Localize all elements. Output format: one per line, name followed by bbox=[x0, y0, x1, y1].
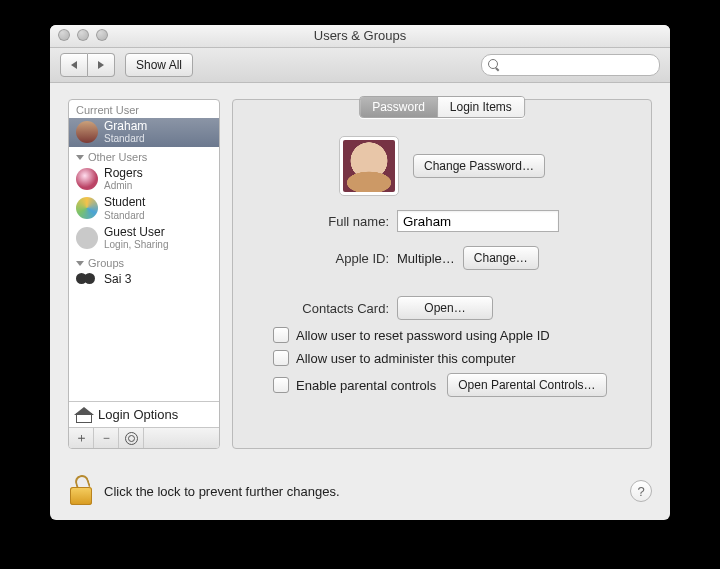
sidebar-user-rogers[interactable]: Rogers Admin bbox=[69, 165, 219, 194]
tab-password[interactable]: Password bbox=[360, 97, 438, 117]
user-name: Student bbox=[104, 196, 145, 209]
user-role: Login, Sharing bbox=[104, 239, 169, 250]
add-user-button[interactable]: ＋ bbox=[69, 428, 94, 448]
help-button[interactable]: ? bbox=[630, 480, 652, 502]
titlebar: Users & Groups bbox=[50, 25, 670, 48]
panel-tabs: Password Login Items bbox=[359, 96, 525, 118]
user-role: Standard bbox=[104, 133, 147, 144]
user-role: Admin bbox=[104, 180, 143, 191]
users-sidebar: Current User Graham Standard Other Users… bbox=[68, 99, 220, 449]
checkbox-label: Allow user to administer this computer bbox=[296, 351, 516, 366]
lock-hint-text: Click the lock to prevent further change… bbox=[104, 484, 340, 499]
search-field[interactable] bbox=[481, 54, 660, 76]
appleid-label: Apple ID: bbox=[251, 251, 389, 266]
sidebar-user-guest[interactable]: Guest User Login, Sharing bbox=[69, 224, 219, 253]
checkbox-row-parental[interactable]: Enable parental controls Open Parental C… bbox=[273, 373, 633, 397]
appleid-value: Multiple… bbox=[397, 251, 455, 266]
login-options-button[interactable]: Login Options bbox=[69, 401, 219, 427]
show-all-button[interactable]: Show All bbox=[125, 53, 193, 77]
checkbox-label: Allow user to reset password using Apple… bbox=[296, 328, 550, 343]
avatar-icon bbox=[76, 121, 98, 143]
checkbox-administer[interactable] bbox=[273, 350, 289, 366]
sidebar-action-menu[interactable] bbox=[119, 428, 144, 448]
change-password-button[interactable]: Change Password… bbox=[413, 154, 545, 178]
sidebar-footer: ＋ － bbox=[69, 427, 219, 448]
checkbox-reset-appleid[interactable] bbox=[273, 327, 289, 343]
chevron-right-icon bbox=[98, 61, 104, 69]
search-input[interactable] bbox=[492, 57, 665, 74]
gear-icon bbox=[125, 432, 138, 445]
remove-user-button[interactable]: － bbox=[94, 428, 119, 448]
close-window-button[interactable] bbox=[58, 29, 70, 41]
fullname-field[interactable] bbox=[397, 210, 559, 232]
house-icon bbox=[76, 408, 92, 422]
sidebar-user-student[interactable]: Student Standard bbox=[69, 194, 219, 223]
traffic-lights bbox=[58, 29, 108, 41]
prefs-window: Users & Groups Show All Current User Gra… bbox=[50, 25, 670, 520]
group-name: Sai 3 bbox=[104, 273, 131, 286]
open-parental-controls-button[interactable]: Open Parental Controls… bbox=[447, 373, 606, 397]
minimize-window-button[interactable] bbox=[77, 29, 89, 41]
fullname-label: Full name: bbox=[251, 214, 389, 229]
user-name: Graham bbox=[104, 120, 147, 133]
user-name: Rogers bbox=[104, 167, 143, 180]
lock-icon[interactable] bbox=[68, 476, 94, 506]
tab-login-items[interactable]: Login Items bbox=[438, 97, 524, 117]
avatar-icon bbox=[76, 168, 98, 190]
sidebar-user-current[interactable]: Graham Standard bbox=[69, 118, 219, 147]
checkbox-parental[interactable] bbox=[273, 377, 289, 393]
forward-button[interactable] bbox=[88, 53, 115, 77]
sidebar-header-current: Current User bbox=[69, 100, 219, 118]
window-title: Users & Groups bbox=[314, 28, 406, 43]
group-silhouette-icon bbox=[76, 273, 98, 287]
user-name: Guest User bbox=[104, 226, 169, 239]
user-portrait[interactable] bbox=[339, 136, 399, 196]
user-role: Standard bbox=[104, 210, 145, 221]
checkbox-label: Enable parental controls bbox=[296, 378, 436, 393]
back-button[interactable] bbox=[60, 53, 88, 77]
login-options-label: Login Options bbox=[98, 407, 178, 422]
sidebar-group-0[interactable]: Sai 3 bbox=[69, 271, 219, 290]
checkbox-row-admin[interactable]: Allow user to administer this computer bbox=[273, 350, 633, 366]
open-contacts-button[interactable]: Open… bbox=[397, 296, 493, 320]
nav-buttons bbox=[60, 53, 115, 77]
avatar-icon bbox=[76, 197, 98, 219]
zoom-window-button[interactable] bbox=[96, 29, 108, 41]
detail-panel: Password Login Items Change Password… Fu… bbox=[232, 99, 652, 449]
change-appleid-button[interactable]: Change… bbox=[463, 246, 539, 270]
avatar-icon bbox=[76, 227, 98, 249]
sidebar-header-groups[interactable]: Groups bbox=[69, 253, 219, 271]
contacts-label: Contacts Card: bbox=[251, 301, 389, 316]
sidebar-header-other[interactable]: Other Users bbox=[69, 147, 219, 165]
toolbar: Show All bbox=[50, 48, 670, 83]
portrait-image bbox=[343, 140, 395, 192]
footer: Click the lock to prevent further change… bbox=[68, 476, 652, 506]
chevron-left-icon bbox=[71, 61, 77, 69]
checkbox-row-reset[interactable]: Allow user to reset password using Apple… bbox=[273, 327, 633, 343]
